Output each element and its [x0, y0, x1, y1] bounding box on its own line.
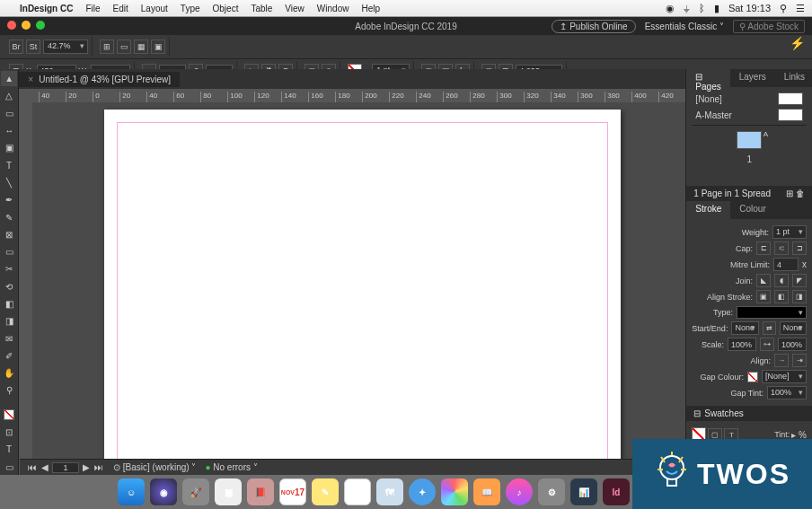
master-none[interactable]: [None] — [692, 91, 807, 107]
finder-icon[interactable]: ☺ — [118, 478, 145, 505]
page-tool-icon[interactable]: ▭ — [1, 106, 17, 121]
tab-colour[interactable]: Colour — [730, 201, 774, 219]
type-tool-icon[interactable]: T — [1, 157, 17, 172]
first-page-icon[interactable]: ⏮ — [27, 462, 38, 473]
fill-stroke-icon[interactable] — [1, 408, 17, 423]
reminders-icon[interactable]: ☰ — [344, 478, 371, 505]
publish-online-button[interactable]: ↥ Publish Online — [552, 20, 635, 33]
default-fill-stroke-icon[interactable]: ⊡ — [1, 425, 17, 440]
status-icon[interactable]: ◉ — [666, 3, 675, 14]
view-mode-icon[interactable]: ▭ — [1, 460, 17, 475]
start-arrow-dropdown[interactable]: None — [731, 321, 758, 335]
page-number-input[interactable] — [52, 462, 79, 473]
bluetooth-icon[interactable]: ᛒ — [699, 3, 705, 13]
maps-icon[interactable]: 🗺 — [376, 478, 403, 505]
notes-icon[interactable]: ✎ — [312, 478, 339, 505]
mission-control-icon[interactable]: ▦ — [215, 478, 242, 505]
pen-tool-icon[interactable]: ✒ — [1, 192, 17, 207]
app-name[interactable]: InDesign CC — [20, 4, 73, 13]
gap-colour-dropdown[interactable]: [None] — [762, 370, 807, 383]
swap-arrows-icon[interactable]: ⇄ — [763, 321, 776, 335]
direct-selection-tool-icon[interactable]: △ — [1, 88, 17, 103]
scissors-tool-icon[interactable]: ✂ — [1, 261, 17, 276]
rectangle-tool-icon[interactable]: ▭ — [1, 244, 17, 259]
notification-icon[interactable]: ☰ — [796, 3, 805, 14]
indesign-icon[interactable]: Id — [603, 478, 630, 505]
page-thumbnail[interactable] — [737, 131, 762, 149]
vertical-ruler[interactable] — [19, 102, 32, 475]
menu-layout[interactable]: Layout — [141, 4, 168, 13]
gap-colour-swatch[interactable] — [747, 372, 758, 382]
cap-square-icon[interactable]: ⊐ — [792, 241, 807, 255]
join-round-icon[interactable]: ◖ — [774, 274, 789, 287]
scale-start-input[interactable] — [728, 338, 756, 351]
gap-tint-input[interactable]: 100% — [767, 386, 807, 399]
gradient-swatch-icon[interactable]: ◧ — [1, 296, 17, 312]
preflight-status[interactable]: ● No errors ˅ — [205, 462, 257, 472]
arrow-align-tip-icon[interactable]: → — [774, 354, 789, 367]
align-inside-icon[interactable]: ◧ — [774, 290, 789, 303]
menu-edit[interactable]: Edit — [113, 4, 128, 13]
workspace-switcher[interactable]: Essentials Classic ˅ — [645, 22, 724, 31]
safari-icon[interactable]: ✦ — [409, 478, 436, 505]
spotlight-icon[interactable]: ⚲ — [780, 3, 787, 14]
menu-file[interactable]: File — [85, 4, 100, 13]
new-page-icon[interactable]: ⊞ — [786, 189, 793, 198]
calendar-icon[interactable]: NOV17 — [279, 478, 306, 505]
menu-object[interactable]: Object — [213, 4, 239, 13]
formatting-container-icon[interactable]: T — [1, 442, 17, 457]
pasteboard[interactable] — [32, 102, 685, 475]
launchpad-icon[interactable]: 🚀 — [182, 478, 209, 505]
screen-mode-icon[interactable]: ▭ — [117, 39, 131, 54]
menu-type[interactable]: Type — [181, 4, 200, 13]
pencil-tool-icon[interactable]: ✎ — [1, 209, 17, 224]
end-arrow-dropdown[interactable]: None — [780, 321, 807, 335]
maximize-window-button[interactable] — [36, 21, 45, 30]
siri-icon[interactable]: ◉ — [150, 478, 177, 505]
cap-round-icon[interactable]: ⊂ — [774, 241, 789, 255]
join-bevel-icon[interactable]: ◤ — [792, 274, 807, 287]
tab-links[interactable]: Links — [775, 69, 812, 87]
preflight-profile[interactable]: ⊙ [Basic] (working) ˅ — [113, 462, 196, 472]
join-miter-icon[interactable]: ◣ — [756, 274, 771, 287]
zoom-level[interactable]: 42.7% — [43, 39, 88, 54]
scale-end-input[interactable] — [778, 338, 807, 351]
ibooks-icon[interactable]: 📖 — [473, 478, 500, 505]
menu-window[interactable]: Window — [317, 4, 349, 13]
content-collector-icon[interactable]: ▣ — [1, 140, 17, 155]
tab-pages[interactable]: ⊟ Pages — [686, 69, 729, 87]
align-center-icon[interactable]: ▣ — [756, 290, 771, 303]
arrange-icon[interactable]: ▦ — [134, 39, 148, 54]
stroke-type-dropdown[interactable] — [737, 306, 807, 319]
arrow-align-end-icon[interactable]: ⇥ — [792, 354, 807, 367]
menu-view[interactable]: View — [285, 4, 304, 13]
weight-input[interactable]: 1 pt — [772, 225, 807, 239]
view-options-icon[interactable]: ⊞ — [100, 39, 114, 54]
next-page-icon[interactable]: ▶ — [81, 462, 92, 473]
gradient-feather-icon[interactable]: ◨ — [1, 313, 17, 329]
preview-icon[interactable]: ▣ — [151, 39, 165, 54]
zoom-tool-icon[interactable]: ⚲ — [1, 382, 17, 398]
tab-stroke[interactable]: Stroke — [686, 201, 730, 219]
cap-butt-icon[interactable]: ⊏ — [756, 241, 771, 255]
hand-tool-icon[interactable]: ✋ — [1, 365, 17, 381]
minimize-window-button[interactable] — [22, 21, 31, 30]
delete-page-icon[interactable]: 🗑 — [796, 189, 805, 198]
menu-table[interactable]: Table — [251, 4, 272, 13]
gap-tool-icon[interactable]: ↔ — [1, 123, 17, 138]
eyedropper-tool-icon[interactable]: ✐ — [1, 348, 17, 364]
tab-layers[interactable]: Layers — [730, 69, 775, 87]
close-window-button[interactable] — [7, 21, 16, 30]
link-scale-icon[interactable]: ⊶ — [760, 338, 774, 351]
horizontal-ruler[interactable]: 4020020406080100120140160180200220240260… — [19, 89, 685, 102]
swatches-title[interactable]: Swatches — [704, 408, 743, 418]
document-tab[interactable]: × Untitled-1 @ 43% [GPU Preview] — [19, 72, 180, 87]
adobe-stock-search[interactable]: ⚲ Adobe Stock — [733, 20, 805, 33]
close-tab-icon[interactable]: × — [28, 75, 33, 84]
free-transform-icon[interactable]: ⟲ — [1, 279, 17, 294]
clock[interactable]: Sat 19:13 — [728, 3, 771, 13]
prev-page-icon[interactable]: ◀ — [40, 462, 50, 473]
contacts-icon[interactable]: 📕 — [247, 478, 274, 505]
note-tool-icon[interactable]: ✉ — [1, 330, 17, 346]
preferences-icon[interactable]: ⚙ — [538, 478, 565, 505]
